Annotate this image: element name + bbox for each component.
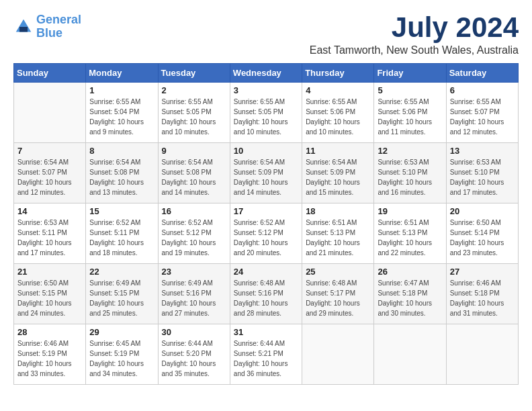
day-number: 11 [306,146,370,156]
calendar-cell: 1Sunrise: 6:55 AMSunset: 5:04 PMDaylight… [86,83,158,143]
calendar-cell: 21Sunrise: 6:50 AMSunset: 5:15 PMDayligh… [14,264,86,324]
day-number: 6 [450,85,515,95]
day-info: Sunrise: 6:44 AMSunset: 5:21 PMDaylight:… [234,338,298,379]
header-day-saturday: Saturday [446,64,518,83]
day-number: 31 [234,327,298,337]
day-info: Sunrise: 6:55 AMSunset: 5:05 PMDaylight:… [234,97,298,137]
calendar-cell: 14Sunrise: 6:53 AMSunset: 5:11 PMDayligh… [14,203,86,264]
day-number: 25 [306,267,370,277]
day-info: Sunrise: 6:54 AMSunset: 5:09 PMDaylight:… [306,157,370,197]
day-info: Sunrise: 6:54 AMSunset: 5:08 PMDaylight:… [162,157,226,197]
day-number: 24 [234,267,298,277]
day-number: 15 [89,206,154,216]
day-number: 28 [17,327,82,337]
calendar-week-3: 14Sunrise: 6:53 AMSunset: 5:11 PMDayligh… [14,203,519,264]
calendar-cell: 31Sunrise: 6:44 AMSunset: 5:21 PMDayligh… [230,324,302,385]
calendar-cell: 18Sunrise: 6:51 AMSunset: 5:13 PMDayligh… [302,203,374,264]
day-number: 7 [17,146,82,156]
calendar-cell: 27Sunrise: 6:46 AMSunset: 5:18 PMDayligh… [446,264,518,324]
logo: General Blue [13,13,81,40]
calendar-cell: 17Sunrise: 6:52 AMSunset: 5:12 PMDayligh… [230,203,302,264]
calendar-cell: 7Sunrise: 6:54 AMSunset: 5:07 PMDaylight… [14,143,86,203]
day-info: Sunrise: 6:48 AMSunset: 5:17 PMDaylight:… [306,278,370,318]
header-day-wednesday: Wednesday [230,64,302,83]
calendar-cell: 23Sunrise: 6:49 AMSunset: 5:16 PMDayligh… [158,264,230,324]
day-number: 23 [162,267,226,277]
location-title: East Tamworth, New South Wales, Australi… [310,44,519,56]
calendar-week-5: 28Sunrise: 6:46 AMSunset: 5:19 PMDayligh… [14,324,519,385]
day-info: Sunrise: 6:45 AMSunset: 5:19 PMDaylight:… [89,338,154,379]
header-day-tuesday: Tuesday [158,64,230,83]
calendar-cell [302,324,374,385]
day-info: Sunrise: 6:46 AMSunset: 5:19 PMDaylight:… [17,338,82,379]
calendar-week-2: 7Sunrise: 6:54 AMSunset: 5:07 PMDaylight… [14,143,519,203]
calendar-cell [374,324,446,385]
day-number: 16 [162,206,226,216]
calendar-cell: 11Sunrise: 6:54 AMSunset: 5:09 PMDayligh… [302,143,374,203]
header-day-monday: Monday [86,64,158,83]
calendar-cell: 12Sunrise: 6:53 AMSunset: 5:10 PMDayligh… [374,143,446,203]
calendar-cell: 24Sunrise: 6:48 AMSunset: 5:16 PMDayligh… [230,264,302,324]
day-number: 1 [89,85,154,95]
day-info: Sunrise: 6:48 AMSunset: 5:16 PMDaylight:… [234,278,298,318]
day-number: 21 [17,267,82,277]
day-number: 12 [378,146,442,156]
day-info: Sunrise: 6:49 AMSunset: 5:16 PMDaylight:… [162,278,226,318]
day-number: 20 [450,206,515,216]
calendar-cell: 19Sunrise: 6:51 AMSunset: 5:13 PMDayligh… [374,203,446,264]
calendar-cell: 25Sunrise: 6:48 AMSunset: 5:17 PMDayligh… [302,264,374,324]
calendar-week-4: 21Sunrise: 6:50 AMSunset: 5:15 PMDayligh… [14,264,519,324]
calendar-cell: 4Sunrise: 6:55 AMSunset: 5:06 PMDaylight… [302,83,374,143]
day-info: Sunrise: 6:46 AMSunset: 5:18 PMDaylight:… [450,278,515,318]
day-info: Sunrise: 6:53 AMSunset: 5:11 PMDaylight:… [17,218,82,258]
day-number: 19 [378,206,442,216]
day-info: Sunrise: 6:53 AMSunset: 5:10 PMDaylight:… [378,157,442,197]
day-info: Sunrise: 6:52 AMSunset: 5:11 PMDaylight:… [89,218,154,258]
day-info: Sunrise: 6:55 AMSunset: 5:07 PMDaylight:… [450,97,515,137]
calendar-cell: 9Sunrise: 6:54 AMSunset: 5:08 PMDaylight… [158,143,230,203]
day-number: 27 [450,267,515,277]
day-number: 29 [89,327,154,337]
calendar-week-1: 1Sunrise: 6:55 AMSunset: 5:04 PMDaylight… [14,83,519,143]
day-info: Sunrise: 6:47 AMSunset: 5:18 PMDaylight:… [378,278,442,318]
calendar-cell: 10Sunrise: 6:54 AMSunset: 5:09 PMDayligh… [230,143,302,203]
day-number: 17 [234,206,298,216]
day-number: 22 [89,267,154,277]
day-number: 5 [378,85,442,95]
calendar-cell: 3Sunrise: 6:55 AMSunset: 5:05 PMDaylight… [230,83,302,143]
calendar-cell: 26Sunrise: 6:47 AMSunset: 5:18 PMDayligh… [374,264,446,324]
calendar-cell: 30Sunrise: 6:44 AMSunset: 5:20 PMDayligh… [158,324,230,385]
header-day-sunday: Sunday [14,64,86,83]
day-number: 8 [89,146,154,156]
day-number: 4 [306,85,370,95]
calendar-cell: 29Sunrise: 6:45 AMSunset: 5:19 PMDayligh… [86,324,158,385]
day-number: 10 [234,146,298,156]
day-info: Sunrise: 6:49 AMSunset: 5:15 PMDaylight:… [89,278,154,318]
day-info: Sunrise: 6:44 AMSunset: 5:20 PMDaylight:… [162,338,226,379]
svg-rect-1 [19,27,28,32]
day-number: 30 [162,327,226,337]
day-number: 26 [378,267,442,277]
day-info: Sunrise: 6:54 AMSunset: 5:09 PMDaylight:… [234,157,298,197]
calendar-cell: 8Sunrise: 6:54 AMSunset: 5:08 PMDaylight… [86,143,158,203]
calendar-cell [14,83,86,143]
day-info: Sunrise: 6:51 AMSunset: 5:13 PMDaylight:… [378,218,442,258]
day-info: Sunrise: 6:54 AMSunset: 5:07 PMDaylight:… [17,157,82,197]
day-info: Sunrise: 6:50 AMSunset: 5:14 PMDaylight:… [450,218,515,258]
day-number: 13 [450,146,515,156]
day-info: Sunrise: 6:55 AMSunset: 5:04 PMDaylight:… [89,97,154,137]
calendar-header: SundayMondayTuesdayWednesdayThursdayFrid… [14,64,519,83]
calendar-cell: 13Sunrise: 6:53 AMSunset: 5:10 PMDayligh… [446,143,518,203]
day-info: Sunrise: 6:55 AMSunset: 5:05 PMDaylight:… [162,97,226,137]
calendar-cell: 15Sunrise: 6:52 AMSunset: 5:11 PMDayligh… [86,203,158,264]
logo-icon [13,17,34,37]
calendar-table: SundayMondayTuesdayWednesdayThursdayFrid… [13,63,519,385]
day-number: 14 [17,206,82,216]
calendar-cell: 5Sunrise: 6:55 AMSunset: 5:06 PMDaylight… [374,83,446,143]
day-number: 9 [162,146,226,156]
day-info: Sunrise: 6:55 AMSunset: 5:06 PMDaylight:… [378,97,442,137]
day-info: Sunrise: 6:52 AMSunset: 5:12 PMDaylight:… [234,218,298,258]
day-number: 3 [234,85,298,95]
day-info: Sunrise: 6:52 AMSunset: 5:12 PMDaylight:… [162,218,226,258]
calendar-cell: 22Sunrise: 6:49 AMSunset: 5:15 PMDayligh… [86,264,158,324]
